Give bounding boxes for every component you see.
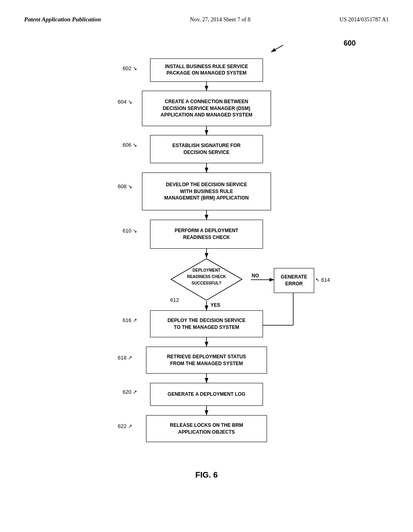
header: Patent Application Publication Nov. 27, … [24, 16, 389, 23]
svg-text:READINESS CHECK: READINESS CHECK [187, 274, 226, 279]
ref-label-612: 612 [170, 297, 179, 303]
step-618: RETRIEVE DEPLOYMENT STATUS FROM THE MANA… [146, 347, 267, 374]
step-604: CREATE A CONNECTION BETWEEN DECISION SER… [142, 91, 271, 126]
ref-label-614: ↖ 614 [315, 277, 330, 283]
svg-marker-14 [171, 259, 242, 300]
ref-label-606: 606 ↘ [123, 142, 137, 148]
svg-line-1 [271, 45, 283, 52]
figure-caption: FIG. 6 [33, 470, 380, 499]
flowchart-diagram: 600 [33, 35, 380, 499]
patent-number-label: US 2014/0351787 A1 [340, 17, 389, 23]
step-616: DEPLOY THE DECISION SERVICE TO THE MANAG… [150, 310, 263, 337]
svg-text:SUCCESSFUL?: SUCCESSFUL? [192, 281, 221, 285]
publication-label: Patent Application Publication [24, 16, 101, 23]
svg-text:DEPLOYMENT: DEPLOYMENT [192, 268, 220, 272]
step-620: GENERATE A DEPLOYMENT LOG [150, 383, 263, 406]
yes-label: YES [211, 302, 220, 308]
step-608: DEVELOP THE DECISION SERVICE WITH BUSINE… [142, 172, 271, 210]
step-614: GENERATE ERROR [274, 268, 314, 293]
step-602: INSTALL BUSINESS RULE SERVICE PACKAGE ON… [150, 58, 263, 82]
ref-label-602: 602 ↘ [123, 65, 137, 71]
step-622: RELEASE LOCKS ON THE BRM APPLICATION OBJ… [146, 415, 267, 442]
diamond-612-shape: DEPLOYMENT READINESS CHECK SUCCESSFUL? [170, 258, 243, 301]
page: Patent Application Publication Nov. 27, … [0, 0, 413, 532]
diamond-612-container: DEPLOYMENT READINESS CHECK SUCCESSFUL? [170, 258, 243, 301]
step-610: PERFORM A DEPLOYMENT READINESS CHECK [150, 220, 263, 249]
ref-label-604: 604 ↘ [118, 99, 132, 105]
no-label: NO [252, 273, 259, 278]
ref-label-620: 620 ↗ [123, 389, 137, 395]
step-606: ESTABLISH SIGNATURE FOR DECISION SERVICE [150, 135, 263, 163]
date-sheet-label: Nov. 27, 2014 Sheet 7 of 8 [190, 17, 250, 23]
ref-label-618: 618 ↗ [118, 355, 132, 361]
ref-label-616: 616 ↗ [123, 317, 137, 323]
ref-label-610: 610 ↘ [123, 228, 137, 234]
ref-label-622: 622 ↗ [118, 423, 132, 429]
ref-600: 600 [344, 39, 356, 48]
ref-label-608: 608 ↘ [118, 183, 132, 189]
